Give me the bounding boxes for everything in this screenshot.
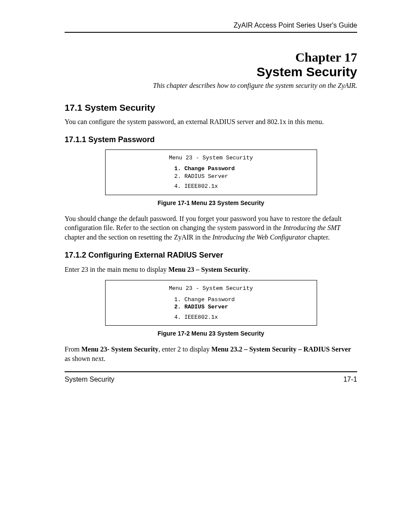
guide-title: ZyAIR Access Point Series User's Guide	[234, 22, 357, 29]
menu-ref: Menu 23.2 – System Security – RADIUS Ser…	[211, 345, 351, 353]
menu-ref: Menu 23 – System Security	[168, 266, 249, 273]
menu-item: 2. RADIUS Server	[174, 173, 308, 180]
chapter-title: System Security	[65, 65, 357, 79]
body-text: You can configure the system password, a…	[65, 117, 357, 127]
figure-caption: Figure 17-2 Menu 23 System Security	[65, 330, 357, 337]
subsection-heading: 17.1.2 Configuring External RADIUS Serve…	[65, 251, 357, 260]
page-header: ZyAIR Access Point Series User's Guide	[65, 22, 357, 33]
menu-item: 4. IEEE802.1x	[174, 314, 308, 321]
chapter-subtitle: This chapter describes how to configure …	[65, 82, 357, 90]
menu-item: 2. RADIUS Server	[174, 303, 308, 311]
menu-item: 1. Change Password	[174, 165, 308, 173]
section-heading: 17.1 System Security	[65, 103, 357, 113]
menu-title: Menu 23 - System Security	[114, 285, 308, 292]
footer-page-number: 17-1	[343, 376, 357, 383]
reference: Introducing the SMT	[283, 224, 340, 231]
menu-title: Menu 23 - System Security	[114, 154, 308, 162]
subsection-heading: 17.1.1 System Password	[65, 135, 357, 144]
chapter-number: Chapter 17	[65, 50, 357, 65]
reference: Introducing the Web Configurator	[212, 233, 306, 241]
chapter-block: Chapter 17 System Security	[65, 50, 357, 79]
body-text: Enter 23 in the main menu to display Men…	[65, 265, 357, 274]
menu-ref: Menu 23- System Security	[81, 345, 159, 353]
menu-box-2: Menu 23 - System Security 1. Change Pass…	[105, 280, 317, 326]
menu-item: 4. IEEE802.1x	[174, 183, 308, 190]
body-text: From Menu 23- System Security, enter 2 t…	[65, 345, 357, 363]
menu-item: 1. Change Password	[174, 296, 308, 304]
body-text: You should change the default password. …	[65, 214, 357, 242]
footer-left: System Security	[65, 376, 115, 383]
menu-box-1: Menu 23 - System Security 1. Change Pass…	[105, 149, 317, 195]
page-footer: System Security 17-1	[65, 371, 357, 383]
figure-caption: Figure 17-1 Menu 23 System Security	[65, 199, 357, 206]
